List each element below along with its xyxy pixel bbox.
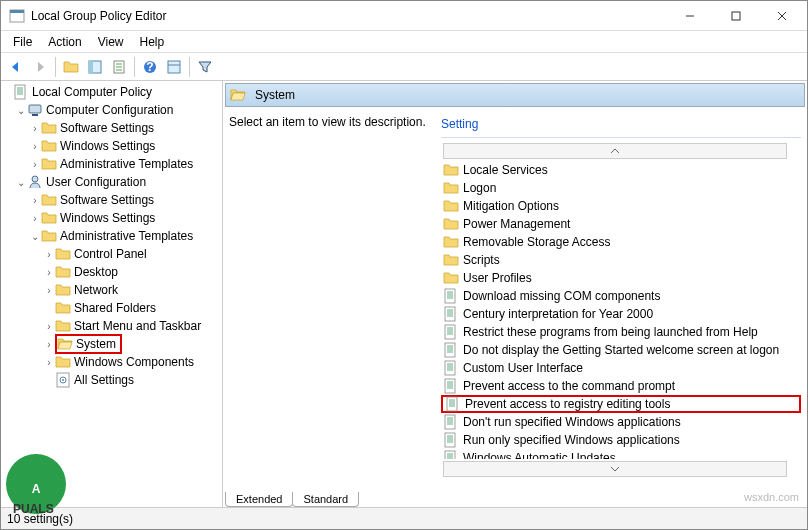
setting-label: Power Management [463, 217, 570, 231]
expand-toggle[interactable]: › [43, 357, 55, 368]
setting-item-getstarted[interactable]: Do not display the Getting Started welco… [441, 341, 801, 359]
setting-item-com[interactable]: Download missing COM components [441, 287, 801, 305]
folder-icon [443, 252, 459, 268]
expand-toggle[interactable]: › [43, 285, 55, 296]
expand-toggle[interactable]: › [29, 159, 41, 170]
tree-root[interactable]: Local Computer Policy [1, 83, 222, 101]
scroll-down-button[interactable] [443, 461, 787, 477]
setting-label: Scripts [463, 253, 500, 267]
expand-toggle[interactable]: › [29, 123, 41, 134]
tree-desktop[interactable]: ›Desktop [43, 263, 222, 281]
tree-uc-windows-settings[interactable]: ›Windows Settings [29, 209, 222, 227]
setting-folder-mitigation[interactable]: Mitigation Options [441, 197, 801, 215]
tree-shared-folders[interactable]: Shared Folders [43, 299, 222, 317]
setting-folder-locale[interactable]: Locale Services [441, 161, 801, 179]
collapse-toggle[interactable]: ⌄ [15, 105, 27, 116]
close-button[interactable] [759, 1, 805, 31]
setting-label: Prevent access to the command prompt [463, 379, 675, 393]
setting-folder-removable[interactable]: Removable Storage Access [441, 233, 801, 251]
menu-view[interactable]: View [90, 33, 132, 51]
policy-icon [443, 342, 459, 358]
toolbar: ? [1, 53, 807, 81]
tree-pane[interactable]: Local Computer Policy ⌄ Computer Configu… [1, 81, 223, 507]
setting-label: Do not display the Getting Started welco… [463, 343, 779, 357]
setting-item-century[interactable]: Century interpretation for Year 2000 [441, 305, 801, 323]
folder-icon [41, 192, 57, 208]
settings-column-header[interactable]: Setting [441, 115, 801, 138]
help-button[interactable]: ? [139, 56, 161, 78]
toolbar-separator [134, 57, 135, 77]
tree-label: Software Settings [60, 193, 154, 207]
folder-icon [55, 300, 71, 316]
app-icon [9, 8, 25, 24]
settings-list[interactable]: Locale Services Logon Mitigation Options… [441, 161, 801, 459]
minimize-button[interactable] [667, 1, 713, 31]
setting-item-cmd[interactable]: Prevent access to the command prompt [441, 377, 801, 395]
watermark: wsxdn.com [744, 491, 799, 503]
expand-toggle[interactable]: › [29, 141, 41, 152]
tree-system[interactable]: › System [43, 335, 222, 353]
expand-toggle[interactable]: › [43, 267, 55, 278]
tree-label: All Settings [74, 373, 134, 387]
export-list-button[interactable] [108, 56, 130, 78]
tree-label: Control Panel [74, 247, 147, 261]
scroll-up-button[interactable] [443, 143, 787, 159]
setting-item-runonly[interactable]: Run only specified Windows applications [441, 431, 801, 449]
tree-control-panel[interactable]: ›Control Panel [43, 245, 222, 263]
menu-file[interactable]: File [5, 33, 40, 51]
tree-network[interactable]: ›Network [43, 281, 222, 299]
tree-cc-software-settings[interactable]: ›Software Settings [29, 119, 222, 137]
setting-folder-power[interactable]: Power Management [441, 215, 801, 233]
expand-toggle[interactable]: › [43, 321, 55, 332]
tree-uc-software-settings[interactable]: ›Software Settings [29, 191, 222, 209]
properties-button[interactable] [163, 56, 185, 78]
setting-item-dontrun[interactable]: Don't run specified Windows applications [441, 413, 801, 431]
tab-standard[interactable]: Standard [292, 492, 359, 507]
policy-icon [443, 306, 459, 322]
setting-folder-scripts[interactable]: Scripts [441, 251, 801, 269]
svg-rect-22 [168, 61, 180, 73]
setting-folder-profiles[interactable]: User Profiles [441, 269, 801, 287]
menu-help[interactable]: Help [132, 33, 173, 51]
tree-cc-administrative-templates[interactable]: ›Administrative Templates [29, 155, 222, 173]
show-hide-tree-button[interactable] [84, 56, 106, 78]
tree-all-settings[interactable]: All Settings [43, 371, 222, 389]
expand-toggle[interactable]: › [43, 249, 55, 260]
expand-toggle[interactable]: › [43, 339, 55, 350]
pane-header-title: System [255, 88, 295, 102]
main-content: Local Computer Policy ⌄ Computer Configu… [1, 81, 807, 507]
svg-text:?: ? [146, 60, 153, 74]
forward-button[interactable] [29, 56, 51, 78]
computer-icon [27, 102, 43, 118]
folder-icon [443, 270, 459, 286]
tree-start-menu[interactable]: ›Start Menu and Taskbar [43, 317, 222, 335]
tab-extended[interactable]: Extended [225, 492, 293, 507]
back-button[interactable] [5, 56, 27, 78]
tree-computer-configuration[interactable]: ⌄ Computer Configuration [15, 101, 222, 119]
tree-cc-windows-settings[interactable]: ›Windows Settings [29, 137, 222, 155]
setting-folder-logon[interactable]: Logon [441, 179, 801, 197]
policy-icon [443, 432, 459, 448]
setting-item-regedit[interactable]: Prevent access to registry editing tools [441, 395, 801, 413]
tree-user-configuration[interactable]: ⌄ User Configuration [15, 173, 222, 191]
setting-item-restrict[interactable]: Restrict these programs from being launc… [441, 323, 801, 341]
stamp-logo: APUALS [1, 449, 71, 519]
filter-button[interactable] [194, 56, 216, 78]
menu-action[interactable]: Action [40, 33, 89, 51]
pane-body: Select an item to view its description. … [223, 109, 807, 485]
tree-windows-components[interactable]: ›Windows Components [43, 353, 222, 371]
tree-uc-administrative-templates[interactable]: ⌄Administrative Templates [29, 227, 222, 245]
setting-item-customui[interactable]: Custom User Interface [441, 359, 801, 377]
expand-toggle[interactable]: › [29, 195, 41, 206]
toolbar-separator [189, 57, 190, 77]
collapse-toggle[interactable]: ⌄ [29, 231, 41, 242]
tree-label: User Configuration [46, 175, 146, 189]
expand-toggle[interactable]: › [29, 213, 41, 224]
setting-item-updates[interactable]: Windows Automatic Updates [441, 449, 801, 459]
up-button[interactable] [60, 56, 82, 78]
maximize-button[interactable] [713, 1, 759, 31]
settings-column: Setting Locale Services Logon Mitigation… [441, 115, 801, 479]
tree-label: Administrative Templates [60, 229, 193, 243]
collapse-toggle[interactable]: ⌄ [15, 177, 27, 188]
tree-label: Windows Settings [60, 139, 155, 153]
